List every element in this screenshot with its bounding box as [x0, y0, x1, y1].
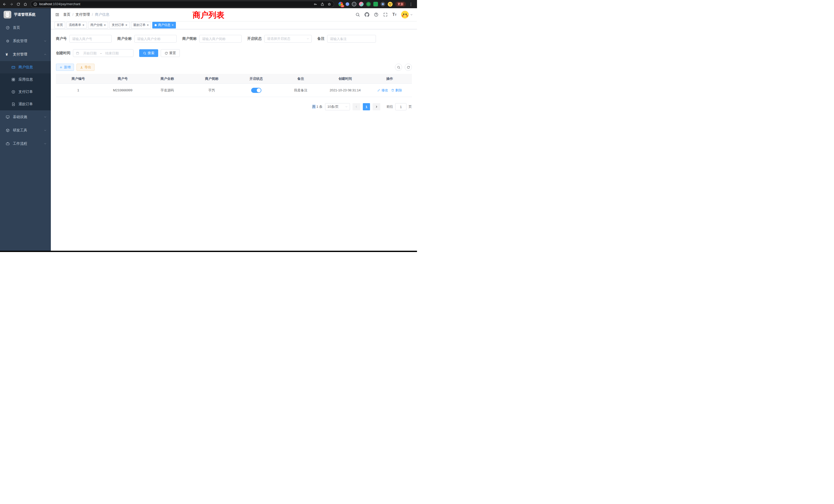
navbar-actions: TT [355, 11, 413, 19]
share-icon[interactable] [321, 2, 324, 6]
sidebar-item-payment[interactable]: ¥ 支付管理 [0, 48, 51, 61]
full-name-label: 商户全称 [117, 37, 132, 41]
cell-create-time: 2021-10-23 08:31:14 [323, 88, 368, 92]
close-icon[interactable]: × [83, 23, 85, 27]
user-menu[interactable] [401, 11, 413, 19]
sidebar-logo[interactable]: 芋道管理系统 [0, 8, 51, 21]
window-edge [0, 251, 417, 252]
toggle-search-button[interactable] [395, 64, 402, 71]
extension-icon-green-circle[interactable] [366, 2, 371, 6]
chevron-down-icon [44, 115, 47, 118]
start-date-input[interactable] [80, 51, 100, 55]
sidebar-item-infrastructure[interactable]: 基础设施 [0, 110, 51, 124]
top-navbar: 首页 / 支付管理 / 商户信息 TT [51, 8, 417, 21]
export-button[interactable]: 导出 [76, 64, 94, 71]
table-tools [395, 64, 412, 71]
sidebar-item-merchant-info[interactable]: 商户信息 [0, 61, 51, 73]
chevron-down-icon [345, 105, 348, 108]
close-icon[interactable]: × [147, 23, 149, 27]
help-icon[interactable] [374, 12, 378, 17]
add-button[interactable]: 新增 [56, 64, 74, 71]
sidebar-item-refund-order[interactable]: 退款订单 [0, 98, 51, 110]
search-icon[interactable] [355, 12, 360, 17]
grid-icon [11, 77, 16, 82]
gear-icon [6, 39, 10, 43]
total-count: 共 1 条 [312, 105, 323, 109]
edit-link[interactable]: 修改 [377, 88, 388, 93]
main-area: 首页 / 支付管理 / 商户信息 TT [51, 8, 417, 252]
page-size-select[interactable]: 10条/页 [325, 103, 350, 110]
bookmark-star-icon[interactable] [327, 2, 331, 6]
tab-pay-order[interactable]: 支付订单 × [109, 22, 130, 28]
cell-id: 1 [56, 88, 101, 92]
breadcrumb-separator: / [92, 13, 93, 17]
back-icon[interactable] [3, 2, 6, 6]
chevron-down-icon [44, 40, 47, 43]
extension-icon-duotone[interactable] [359, 2, 364, 6]
close-icon[interactable]: × [104, 23, 106, 27]
sidebar-item-app-info[interactable]: 应用信息 [0, 73, 51, 86]
home-icon[interactable] [23, 2, 27, 6]
user-avatar[interactable] [401, 11, 409, 19]
next-page-button[interactable] [373, 103, 380, 110]
delete-link[interactable]: 删除 [391, 88, 402, 93]
status-select[interactable]: 请选择开启状态 [264, 35, 312, 43]
end-date-input[interactable] [103, 51, 122, 55]
fullscreen-icon[interactable] [383, 12, 388, 17]
browser-profile-avatar[interactable] [388, 2, 393, 7]
column-header: 商户号 [101, 76, 145, 81]
tab-refund-order[interactable]: 退款订单 × [131, 22, 151, 28]
search-button[interactable]: 搜索 [139, 49, 158, 57]
status-toggle[interactable] [251, 88, 261, 93]
sidebar-item-home[interactable]: 首页 [0, 21, 51, 35]
sidebar-collapse-icon[interactable] [55, 12, 60, 17]
refresh-button[interactable] [405, 64, 412, 71]
tab-merchant-info[interactable]: 商户信息 × [152, 22, 176, 28]
sidebar-item-dev-tools[interactable]: 研发工具 [0, 124, 51, 137]
create-time-range[interactable]: - [73, 49, 133, 57]
extension-icon-colorful[interactable]: 10 [338, 2, 343, 6]
column-header: 开启状态 [234, 76, 278, 81]
breadcrumb-payment[interactable]: 支付管理 [75, 12, 90, 17]
github-icon[interactable] [365, 12, 369, 17]
font-size-icon[interactable]: TT [392, 13, 396, 17]
full-name-input[interactable] [134, 35, 177, 43]
sidebar-item-system[interactable]: 系统管理 [0, 35, 51, 48]
close-icon[interactable]: × [125, 23, 127, 27]
sidebar-item-label: 基础设施 [13, 115, 27, 119]
sidebar-item-pay-order[interactable]: 支付订单 [0, 86, 51, 98]
tab-process-form[interactable]: 流程表单 × [66, 22, 87, 28]
short-name-input[interactable] [199, 35, 242, 43]
status-label: 开启状态 [247, 37, 262, 41]
tab-home[interactable]: 首页 [54, 22, 65, 28]
breadcrumb-home[interactable]: 首页 [63, 12, 70, 17]
merchant-no-input[interactable] [69, 35, 112, 43]
address-bar[interactable]: localhost:1024/pay/merchant [31, 1, 334, 7]
screen: localhost:1024/pay/merchant 10 更新 ⋮ [0, 0, 417, 252]
extension-icon-green-square[interactable] [373, 2, 378, 6]
extension-icon-blue[interactable] [346, 2, 349, 6]
sidebar-item-label: 系统管理 [13, 39, 27, 43]
password-key-icon[interactable] [313, 2, 317, 6]
url-text: localhost:1024/pay/merchant [39, 2, 311, 6]
forward-icon[interactable] [9, 2, 13, 6]
extension-icon-ring[interactable] [352, 2, 356, 6]
browser-update-button[interactable]: 更新 [395, 2, 406, 7]
site-info-icon[interactable] [34, 2, 37, 6]
page-number-1[interactable]: 1 [363, 103, 370, 110]
extension-icon-dark[interactable] [380, 2, 385, 6]
tab-user-group[interactable]: 用户分组 × [88, 22, 108, 28]
browser-menu-icon[interactable]: ⋮ [409, 2, 413, 6]
remark-input[interactable] [327, 35, 376, 43]
prev-page-button[interactable] [353, 103, 360, 110]
credit-card-icon [11, 65, 16, 69]
reload-icon[interactable] [17, 2, 20, 6]
close-icon[interactable]: × [172, 23, 174, 27]
filter-row-2: 创建时间 - 搜索 [56, 49, 412, 57]
app: 芋道管理系统 首页 系统管理 ¥ 支付管理 [0, 8, 417, 252]
cell-full-name: 芋道源码 [145, 88, 190, 93]
reset-button[interactable]: 重置 [161, 49, 180, 57]
sidebar-item-label: 退款订单 [19, 102, 33, 107]
sidebar-item-workflow[interactable]: 工作流程 [0, 137, 51, 151]
goto-page-input[interactable] [395, 103, 407, 110]
